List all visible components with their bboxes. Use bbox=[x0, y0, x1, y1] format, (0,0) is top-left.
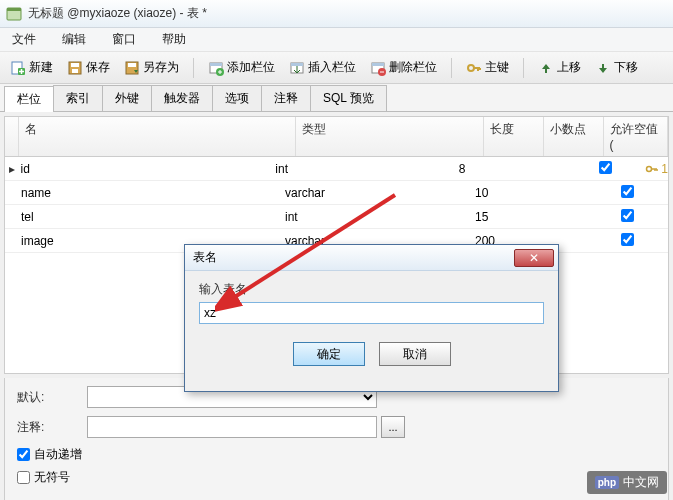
menu-file[interactable]: 文件 bbox=[6, 29, 42, 50]
cell-type[interactable]: int bbox=[275, 162, 458, 176]
title-bar: 无标题 @myxiaoze (xiaoze) - 表 * bbox=[0, 0, 673, 28]
tabs: 栏位 索引 外键 触发器 选项 注释 SQL 预览 bbox=[0, 84, 673, 112]
tab-fields[interactable]: 栏位 bbox=[4, 86, 54, 112]
col-allownull[interactable]: 允许空值 ( bbox=[604, 117, 668, 156]
col-type[interactable]: 类型 bbox=[296, 117, 484, 156]
saveas-icon bbox=[124, 60, 140, 76]
insertcol-label: 插入栏位 bbox=[308, 59, 356, 76]
cell-allownull[interactable] bbox=[595, 209, 660, 225]
svg-point-18 bbox=[647, 166, 652, 171]
watermark-text: 中文网 bbox=[623, 474, 659, 491]
delcol-label: 删除栏位 bbox=[389, 59, 437, 76]
tab-sqlpreview[interactable]: SQL 预览 bbox=[310, 85, 387, 111]
menu-edit[interactable]: 编辑 bbox=[56, 29, 92, 50]
cell-allownull[interactable] bbox=[595, 233, 660, 249]
allownull-checkbox[interactable] bbox=[621, 233, 634, 246]
watermark: php 中文网 bbox=[587, 471, 667, 494]
pk-button[interactable]: 主键 bbox=[462, 57, 513, 78]
cell-pk[interactable]: 1 bbox=[637, 162, 668, 176]
ok-button[interactable]: 确定 bbox=[293, 342, 365, 366]
row-marker: ▸ bbox=[5, 162, 19, 176]
table-header: 名 类型 长度 小数点 允许空值 ( bbox=[5, 117, 668, 157]
moveup-label: 上移 bbox=[557, 59, 581, 76]
autoinc-label: 自动递增 bbox=[34, 446, 82, 463]
saveas-label: 另存为 bbox=[143, 59, 179, 76]
save-button[interactable]: 保存 bbox=[63, 57, 114, 78]
autoinc-checkbox[interactable] bbox=[17, 448, 30, 461]
svg-rect-6 bbox=[72, 69, 78, 73]
allownull-checkbox[interactable] bbox=[621, 185, 634, 198]
allownull-checkbox[interactable] bbox=[599, 161, 612, 174]
key-icon bbox=[645, 162, 659, 176]
menu-window[interactable]: 窗口 bbox=[106, 29, 142, 50]
up-arrow-icon bbox=[538, 60, 554, 76]
unsigned-label: 无符号 bbox=[34, 469, 70, 486]
cell-type[interactable]: varchar bbox=[285, 186, 475, 200]
svg-rect-15 bbox=[372, 63, 384, 66]
moveup-button[interactable]: 上移 bbox=[534, 57, 585, 78]
cell-name[interactable]: id bbox=[19, 162, 276, 176]
svg-point-17 bbox=[468, 65, 474, 71]
pk-label: 主键 bbox=[485, 59, 509, 76]
cell-length[interactable]: 15 bbox=[475, 210, 535, 224]
cell-length[interactable]: 10 bbox=[475, 186, 535, 200]
down-arrow-icon bbox=[595, 60, 611, 76]
delcol-icon bbox=[370, 60, 386, 76]
col-decimal[interactable]: 小数点 bbox=[544, 117, 604, 156]
cell-name[interactable]: name bbox=[19, 186, 285, 200]
movedown-label: 下移 bbox=[614, 59, 638, 76]
table-row[interactable]: ▸idint81 bbox=[5, 157, 668, 181]
tablename-input[interactable] bbox=[199, 302, 544, 324]
browse-button[interactable]: ... bbox=[381, 416, 405, 438]
menu-bar: 文件 编辑 窗口 帮助 bbox=[0, 28, 673, 52]
unsigned-checkbox[interactable] bbox=[17, 471, 30, 484]
toolbar: 新建 保存 另存为 添加栏位 插入栏位 删除栏位 主键 上移 下移 bbox=[0, 52, 673, 84]
tab-fk[interactable]: 外键 bbox=[102, 85, 152, 111]
cell-name[interactable]: tel bbox=[19, 210, 285, 224]
cell-type[interactable]: int bbox=[285, 210, 475, 224]
tab-triggers[interactable]: 触发器 bbox=[151, 85, 213, 111]
svg-rect-13 bbox=[291, 63, 303, 66]
toolbar-separator bbox=[523, 58, 524, 78]
properties-panel: 默认: 注释: ... 自动递增 无符号 bbox=[4, 378, 669, 500]
addcol-icon bbox=[208, 60, 224, 76]
dialog-titlebar[interactable]: 表名 ✕ bbox=[185, 245, 558, 271]
delcol-button[interactable]: 删除栏位 bbox=[366, 57, 441, 78]
comment-label: 注释: bbox=[17, 419, 87, 436]
cell-allownull[interactable] bbox=[595, 185, 660, 201]
tab-comments[interactable]: 注释 bbox=[261, 85, 311, 111]
cell-allownull[interactable] bbox=[575, 161, 638, 177]
svg-rect-5 bbox=[71, 63, 79, 67]
dialog-close-button[interactable]: ✕ bbox=[514, 249, 554, 267]
allownull-checkbox[interactable] bbox=[621, 209, 634, 222]
menu-help[interactable]: 帮助 bbox=[156, 29, 192, 50]
insertcol-icon bbox=[289, 60, 305, 76]
toolbar-separator bbox=[451, 58, 452, 78]
php-badge: php bbox=[595, 476, 619, 489]
new-button[interactable]: 新建 bbox=[6, 57, 57, 78]
save-icon bbox=[67, 60, 83, 76]
default-label: 默认: bbox=[17, 389, 87, 406]
app-icon bbox=[6, 6, 22, 22]
cell-length[interactable]: 8 bbox=[459, 162, 517, 176]
tab-indexes[interactable]: 索引 bbox=[53, 85, 103, 111]
addcol-button[interactable]: 添加栏位 bbox=[204, 57, 279, 78]
svg-rect-8 bbox=[128, 63, 136, 67]
saveas-button[interactable]: 另存为 bbox=[120, 57, 183, 78]
table-row[interactable]: telint15 bbox=[5, 205, 668, 229]
save-label: 保存 bbox=[86, 59, 110, 76]
dialog-title: 表名 bbox=[193, 249, 217, 266]
col-name[interactable]: 名 bbox=[19, 117, 296, 156]
table-row[interactable]: namevarchar10 bbox=[5, 181, 668, 205]
movedown-button[interactable]: 下移 bbox=[591, 57, 642, 78]
toolbar-separator bbox=[193, 58, 194, 78]
comment-input[interactable] bbox=[87, 416, 377, 438]
cancel-button[interactable]: 取消 bbox=[379, 342, 451, 366]
key-icon bbox=[466, 60, 482, 76]
col-length[interactable]: 长度 bbox=[484, 117, 544, 156]
insertcol-button[interactable]: 插入栏位 bbox=[285, 57, 360, 78]
tab-options[interactable]: 选项 bbox=[212, 85, 262, 111]
new-label: 新建 bbox=[29, 59, 53, 76]
svg-rect-10 bbox=[210, 63, 222, 66]
addcol-label: 添加栏位 bbox=[227, 59, 275, 76]
